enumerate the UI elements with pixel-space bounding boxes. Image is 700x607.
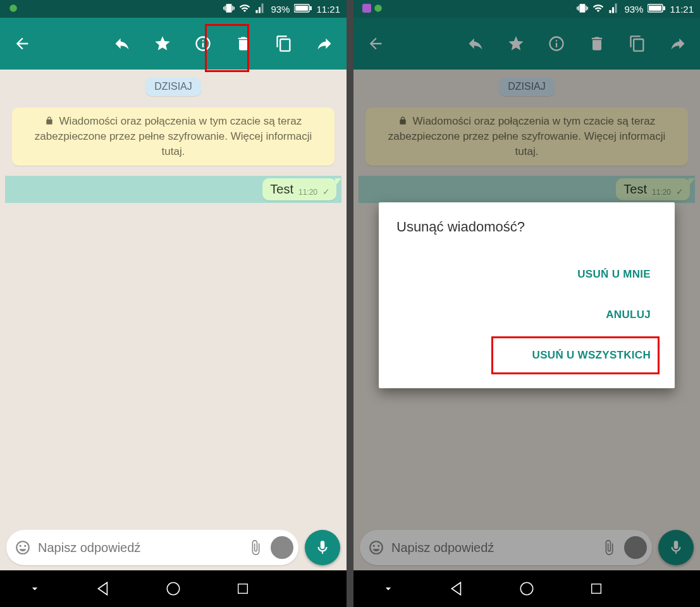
android-nav-bar: [353, 570, 700, 607]
vibrate-icon: [223, 3, 235, 16]
attach-icon[interactable]: [244, 536, 267, 559]
message-text: Test: [270, 182, 293, 197]
battery-icon: [294, 4, 312, 15]
delete-message-dialog: Usunąć wiadomość? USUŃ U MNIE ANULUJ USU…: [379, 202, 675, 388]
message-time: 11:20: [298, 188, 317, 197]
svg-rect-9: [649, 6, 661, 11]
nav-recent-icon[interactable]: [224, 576, 262, 601]
nav-expand-icon[interactable]: [16, 576, 54, 601]
encryption-text: Wiadomości oraz połączenia w tym czacie …: [35, 115, 312, 157]
nav-recent-icon[interactable]: [577, 576, 615, 601]
selection-action-bar: [0, 18, 347, 70]
status-bar: 93% 11:21: [0, 0, 347, 18]
outgoing-message[interactable]: Test 11:20 ✓: [262, 178, 336, 200]
nav-expand-icon[interactable]: [369, 576, 407, 601]
nav-home-icon[interactable]: [154, 576, 192, 601]
svg-point-4: [167, 582, 180, 595]
phone-screenshot-left: 93% 11:21 DZISIAJ Wiadomości oraz połącz…: [0, 0, 347, 607]
forward-button[interactable]: [305, 24, 344, 63]
wifi-icon: [239, 3, 250, 16]
composer-bar: [0, 525, 347, 570]
battery-pct: 93%: [624, 4, 643, 15]
encryption-notice[interactable]: Wiadomości oraz połączenia w tym czacie …: [12, 107, 335, 166]
svg-rect-10: [663, 6, 665, 10]
signal-icon: [608, 3, 620, 16]
svg-rect-2: [295, 6, 308, 11]
message-row-selected[interactable]: Test 11:20 ✓: [5, 176, 341, 203]
message-input[interactable]: [38, 541, 240, 555]
clock-text: 11:21: [670, 4, 694, 15]
nav-home-icon[interactable]: [508, 576, 546, 601]
vibrate-icon: [577, 3, 588, 16]
app-badge-icon: [362, 4, 371, 15]
clock-text: 11:21: [316, 4, 340, 15]
dialog-title: Usunąć wiadomość?: [396, 219, 657, 235]
svg-rect-3: [310, 6, 312, 10]
battery-pct: 93%: [271, 4, 290, 15]
app-badge-icon: [9, 4, 18, 15]
svg-rect-6: [362, 4, 371, 13]
cancel-button[interactable]: ANULUJ: [396, 295, 657, 335]
nav-back-icon[interactable]: [438, 576, 476, 601]
status-bar: 93% 11:21: [353, 0, 700, 18]
delete-for-everyone-button[interactable]: USUŃ U WSZYSTKICH: [396, 335, 657, 376]
svg-point-0: [9, 4, 17, 12]
chat-area[interactable]: DZISIAJ Wiadomości oraz połączenia w tym…: [0, 70, 347, 570]
delete-for-me-button[interactable]: USUŃ U MNIE: [396, 254, 657, 295]
sent-tick-icon: ✓: [322, 187, 330, 197]
nav-spacer: [293, 576, 331, 601]
app-badge-icon-2: [374, 4, 383, 15]
svg-point-7: [374, 4, 382, 12]
date-chip: DZISIAJ: [145, 77, 201, 96]
android-nav-bar: [0, 570, 347, 607]
delete-button[interactable]: [224, 24, 263, 63]
lock-icon: [45, 114, 54, 130]
battery-icon: [648, 4, 665, 15]
nav-back-icon[interactable]: [85, 576, 123, 601]
info-button[interactable]: [183, 24, 223, 63]
camera-icon[interactable]: [271, 536, 293, 559]
emoji-icon[interactable]: [11, 536, 34, 559]
svg-rect-5: [238, 584, 247, 594]
phone-screenshot-right: 93% 11:21 DZISIAJ Wiadomości oraz połącz…: [353, 0, 700, 607]
reply-button[interactable]: [102, 24, 142, 63]
signal-icon: [255, 3, 266, 16]
nav-spacer: [646, 576, 684, 601]
composer-input-box[interactable]: [6, 530, 298, 565]
star-button[interactable]: [143, 24, 182, 63]
svg-rect-12: [591, 584, 601, 594]
copy-button[interactable]: [264, 24, 304, 63]
svg-point-11: [520, 582, 533, 595]
wifi-icon: [593, 3, 604, 16]
back-button[interactable]: [3, 24, 42, 63]
voice-message-button[interactable]: [305, 530, 340, 565]
